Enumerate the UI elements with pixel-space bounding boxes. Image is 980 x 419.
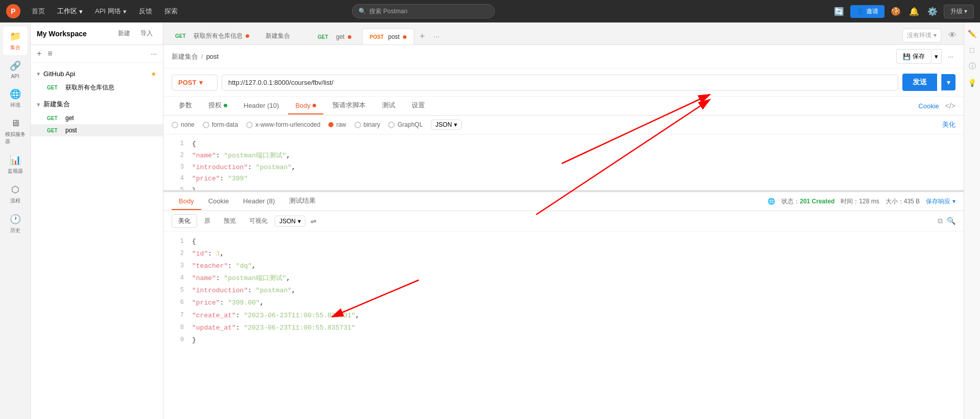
- edit-icon[interactable]: ✏️: [965, 27, 979, 41]
- body-format-select[interactable]: JSON ▾: [431, 120, 462, 130]
- notification-icon[interactable]: 🔔: [907, 4, 921, 18]
- response-tab-body[interactable]: Body: [172, 193, 201, 210]
- navbar-right: 🔄 👤 邀请 🍪 🔔 ⚙️ 升级 ▾: [832, 4, 974, 18]
- code-line: 3 "introduction": "postman",: [163, 162, 964, 174]
- workspace-title: My Workspace: [37, 30, 87, 38]
- method-select[interactable]: POST ▾: [172, 75, 218, 90]
- sidebar-item-monitor[interactable]: 📊 监视器: [3, 150, 28, 179]
- code-line: 2 "id": 3,: [163, 248, 964, 260]
- sidebar-item-environments[interactable]: 🌐 环境: [3, 84, 28, 113]
- settings-icon[interactable]: ⚙️: [925, 4, 940, 18]
- nav-workspace[interactable]: 工作区 ▾: [52, 4, 88, 19]
- send-button[interactable]: 发送: [902, 74, 937, 91]
- nav-explore[interactable]: 探索: [159, 4, 183, 19]
- chevron-down-icon: ▾: [298, 218, 301, 225]
- panel-icon[interactable]: □: [965, 43, 979, 57]
- copy-icon[interactable]: ⧉: [938, 217, 943, 225]
- tab-get[interactable]: GET get: [310, 29, 361, 44]
- radio-binary[interactable]: binary: [354, 121, 380, 128]
- response-tab-headers[interactable]: Header (8): [236, 193, 282, 210]
- invite-button[interactable]: 👤 邀请: [850, 5, 885, 18]
- send-dropdown-button[interactable]: ▾: [941, 74, 955, 90]
- beautify-button[interactable]: 美化: [942, 120, 955, 129]
- sidebar-actions: 新建 导入: [114, 27, 157, 40]
- sidebar-item-flows[interactable]: ⬡ 流程: [3, 180, 28, 208]
- tab-new-collection[interactable]: 新建集合: [258, 27, 309, 44]
- collection-new-header[interactable]: ▾ 新建集合: [31, 97, 163, 112]
- tab-headers[interactable]: Header (10): [236, 98, 286, 114]
- url-input[interactable]: [222, 75, 898, 90]
- filter-icon[interactable]: ⇌: [310, 217, 317, 225]
- nav-home[interactable]: 首页: [27, 4, 50, 19]
- fmt-tab-preview[interactable]: 预览: [218, 215, 242, 227]
- tab-body[interactable]: Body: [288, 98, 323, 114]
- list-item[interactable]: GET post: [31, 124, 163, 136]
- search-response-icon[interactable]: 🔍: [947, 217, 955, 225]
- add-tab-button[interactable]: +: [415, 29, 429, 43]
- environment-select[interactable]: 没有环境 ▾: [902, 29, 941, 42]
- body-options: none form-data x-www-form-urlencoded raw: [163, 115, 964, 134]
- save-response-button[interactable]: 保存响应 ▾: [926, 197, 955, 206]
- fmt-tab-beautify[interactable]: 美化: [172, 214, 197, 228]
- response-format-select[interactable]: JSON ▾: [275, 216, 305, 227]
- eye-icon[interactable]: 👁: [945, 28, 960, 42]
- sort-icon[interactable]: ≡: [45, 47, 54, 60]
- app-logo[interactable]: P: [6, 4, 20, 18]
- save-button[interactable]: 💾 保存: [896, 49, 931, 64]
- request-area: 新建集合 / post 💾 保存 ▾ ···: [163, 45, 964, 419]
- response-size: 435 B: [904, 198, 920, 205]
- response-tab-tests[interactable]: 测试结果: [282, 192, 323, 211]
- search-icon: 🔍: [358, 8, 366, 15]
- tab-get-repos[interactable]: GET 获取所有仓库信息: [168, 27, 257, 44]
- tab-params[interactable]: 参数: [172, 97, 199, 115]
- tab-auth[interactable]: 授权: [201, 97, 234, 115]
- chevron-down-icon: ▾: [37, 70, 40, 78]
- info-icon[interactable]: ⓘ: [965, 59, 979, 74]
- response-tabs-bar: Body Cookie Header (8) 测试结果 🌐 状态：201 Cre…: [163, 192, 964, 211]
- collection-github-api-header[interactable]: ▾ GitHub Api ★: [31, 67, 163, 81]
- more-button[interactable]: ···: [946, 51, 955, 62]
- radio-urlencoded[interactable]: x-www-form-urlencoded: [246, 121, 320, 128]
- radio-raw[interactable]: raw: [328, 121, 346, 128]
- code-line: 9 }: [163, 334, 964, 346]
- lightbulb-icon[interactable]: 💡: [965, 76, 979, 90]
- sidebar-item-api[interactable]: 🔗 API: [3, 56, 28, 83]
- search-bar[interactable]: 🔍 搜索 Postman: [352, 4, 495, 18]
- nav-feedback[interactable]: 反馈: [134, 4, 157, 19]
- add-collection-icon[interactable]: +: [35, 47, 43, 60]
- list-item[interactable]: GET 获取所有仓库信息: [31, 81, 163, 95]
- tab-settings[interactable]: 设置: [404, 97, 432, 115]
- sync-icon[interactable]: 🔄: [832, 4, 846, 18]
- new-collection-button[interactable]: 新建: [114, 27, 134, 40]
- more-icon[interactable]: ···: [149, 48, 159, 60]
- cookie-link[interactable]: Cookie: [918, 102, 939, 110]
- fmt-tab-visualize[interactable]: 可视化: [243, 215, 274, 227]
- breadcrumb-actions: 💾 保存 ▾ ···: [896, 49, 955, 64]
- nav-api[interactable]: API 网络 ▾: [90, 4, 132, 19]
- save-dropdown-button[interactable]: ▾: [931, 49, 942, 64]
- cookie-icon[interactable]: 🍪: [889, 4, 903, 18]
- upgrade-button[interactable]: 升级 ▾: [944, 5, 974, 18]
- list-item[interactable]: GET get: [31, 112, 163, 124]
- code-icon[interactable]: </>: [945, 102, 955, 110]
- response-code: 1 { 2 "id": 3, 3 "teacher": "dq", 4: [163, 231, 964, 419]
- sidebar-item-mock[interactable]: 🖥 模拟服务器: [3, 114, 28, 149]
- radio-circle: [354, 122, 361, 128]
- sidebar-item-history[interactable]: 🕐 历史: [3, 210, 28, 238]
- tab-tests[interactable]: 测试: [375, 97, 402, 115]
- tab-post[interactable]: POST post: [362, 29, 414, 44]
- response-tab-cookie[interactable]: Cookie: [201, 193, 236, 210]
- sidebar-content: ▾ GitHub Api ★ GET 获取所有仓库信息 ▾ 新建集合: [31, 63, 163, 419]
- radio-circle: [388, 122, 395, 128]
- radio-form-data[interactable]: form-data: [203, 121, 238, 128]
- import-button[interactable]: 导入: [136, 27, 157, 40]
- response-actions: ⧉ 🔍: [938, 217, 955, 225]
- sidebar-item-collections[interactable]: 📁 集合: [3, 27, 28, 55]
- radio-graphql[interactable]: GraphQL: [388, 121, 422, 128]
- more-tabs-button[interactable]: ···: [429, 29, 444, 43]
- fmt-tab-raw[interactable]: 原: [198, 215, 217, 227]
- radio-none[interactable]: none: [172, 121, 195, 128]
- tab-pre-request[interactable]: 预请求脚本: [325, 97, 373, 115]
- method-badge-get: GET: [47, 85, 62, 90]
- invite-icon: 👤: [856, 8, 864, 15]
